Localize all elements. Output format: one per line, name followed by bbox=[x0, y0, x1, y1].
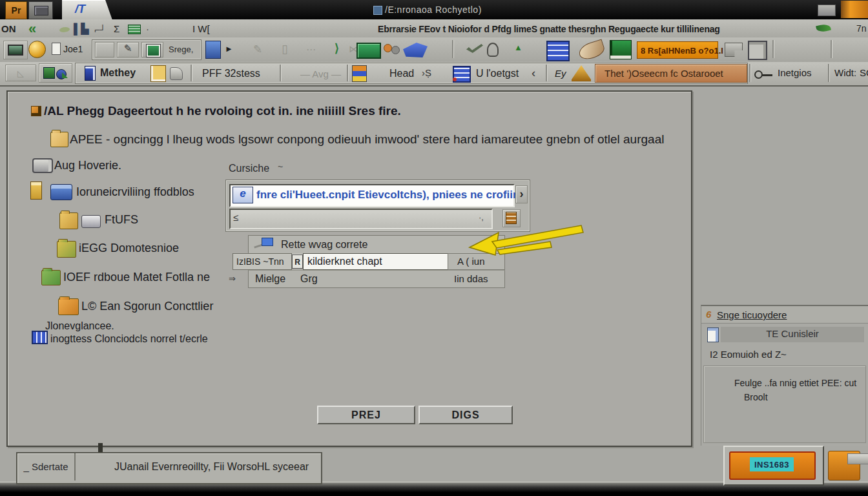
tree-item-6[interactable]: Jlonevglancee. inogttess Clonciodcls nor… bbox=[8, 319, 240, 350]
dialog-bullet-icon bbox=[31, 106, 41, 116]
back-arrows-icon[interactable]: « bbox=[28, 21, 36, 37]
menu-row2-field[interactable]: kildierknet chapt bbox=[303, 253, 449, 270]
titlebar-orange-block bbox=[841, 1, 868, 18]
cursiche-mark: ~ bbox=[278, 161, 283, 172]
status-tab[interactable]: _ Sdertate bbox=[17, 453, 76, 480]
address-go-button[interactable]: › bbox=[515, 185, 528, 203]
theme-field[interactable]: Thet ')Oseecm fc Ostarooet bbox=[595, 64, 747, 83]
uloetgst-label[interactable]: U l'oetgst bbox=[476, 68, 519, 79]
note-glyph-icon: 6 bbox=[706, 309, 711, 320]
user-icon[interactable] bbox=[487, 43, 499, 57]
edit-tool-group: ✎ Srege, bbox=[92, 39, 202, 60]
doc-small-icon[interactable] bbox=[52, 43, 61, 55]
zoom-ball-icon[interactable] bbox=[28, 41, 46, 58]
prev-button-label: PREJ bbox=[351, 409, 381, 420]
srege-label: Srege, bbox=[169, 45, 193, 54]
cone-gold-icon[interactable] bbox=[572, 65, 591, 81]
brush-hand-icon[interactable] bbox=[577, 39, 606, 61]
wizard-dialog: /AL Phegg Dageertout h he rvoloing cot i… bbox=[6, 90, 692, 447]
book-green-button[interactable] bbox=[610, 40, 632, 59]
tree-item-0[interactable]: Aug Hoverie. bbox=[8, 156, 221, 174]
tab-it[interactable]: /T bbox=[62, 0, 112, 20]
side-panel-header[interactable]: 6 Snge ticuoydere bbox=[701, 306, 868, 324]
title-bar: Pr /T /E:nronaoa Rochyetlo) bbox=[0, 0, 868, 19]
orange-dot-icon bbox=[384, 44, 392, 52]
drop-dot-icon[interactable]: ·, bbox=[479, 212, 484, 222]
check-user-icon[interactable] bbox=[466, 44, 483, 53]
head-label[interactable]: Head bbox=[389, 68, 414, 79]
floppy-red-dot bbox=[453, 78, 457, 81]
tree-item-2[interactable]: FtUFS bbox=[8, 211, 221, 230]
blue-shape-icon[interactable] bbox=[403, 43, 428, 57]
key-r-label: R bbox=[294, 258, 300, 267]
address-field[interactable]: e fnre cli'Hueet.cnpit Etievcoltchs), pn… bbox=[229, 184, 515, 207]
side-panel: 6 Snge ticuoydere TE Cunisleir I2 Eomuio… bbox=[701, 305, 868, 446]
ey-label[interactable]: Ey bbox=[555, 68, 566, 79]
methey-label[interactable]: Methey bbox=[100, 67, 136, 79]
bracket-green-icon[interactable]: ⟩ bbox=[335, 41, 339, 56]
gray-dot-icon bbox=[391, 46, 400, 54]
play-arrow-icon[interactable]: ► bbox=[225, 44, 233, 54]
menu-row-3[interactable]: Mielge Grg Iin ddas bbox=[248, 270, 505, 288]
blank-button[interactable] bbox=[95, 42, 114, 57]
ins-button[interactable]: INS1683 bbox=[729, 451, 816, 480]
key-r-box: R bbox=[292, 254, 303, 269]
grid-blue-button[interactable] bbox=[546, 41, 570, 61]
menu-on-label[interactable]: ON bbox=[1, 23, 16, 34]
annotation-arrow bbox=[468, 224, 584, 258]
page-outline-icon[interactable] bbox=[748, 41, 767, 60]
cursiche-label: Cursiche bbox=[229, 163, 269, 174]
printer-blue-icon bbox=[50, 184, 72, 200]
next-button-label: DIGS bbox=[451, 409, 479, 420]
eraser-icon[interactable] bbox=[170, 67, 183, 80]
menu-row2-left[interactable]: IzIBIS ~Tnn bbox=[232, 253, 292, 270]
stamp-gray-icon[interactable] bbox=[725, 43, 743, 57]
menu-center-text: Ebrrarsie FEov t Nioiofor d Pfdg limeS g… bbox=[378, 24, 720, 34]
side-panel-subheader[interactable]: I2 Eomuioh ed Z~ bbox=[710, 349, 787, 360]
fb-sep-3 bbox=[347, 65, 349, 81]
drag-handle[interactable] bbox=[98, 443, 103, 453]
gray-cap-block bbox=[847, 453, 868, 464]
computer-button[interactable] bbox=[3, 41, 28, 59]
note-line-1: Feulge ..fa nnig ettiet PEE: cut bbox=[734, 378, 856, 388]
menu-wf-label[interactable]: I W[ bbox=[192, 23, 210, 34]
orange-highlight-field[interactable]: 8 Rs[alHNenB o?o1.I bbox=[637, 41, 718, 59]
pff-label[interactable]: PFF 32stess bbox=[202, 68, 260, 79]
application-window: Pr /T /E:nronaoa Rochyetlo) ON « ▌▙ ⌐┘ Σ… bbox=[0, 0, 868, 496]
table-green-icon[interactable] bbox=[128, 25, 141, 34]
search-field[interactable]: ≤ ·, bbox=[229, 209, 493, 229]
uloetgst-mark[interactable]: ‹ bbox=[532, 66, 535, 80]
green-swatch-button[interactable] bbox=[356, 43, 381, 59]
next-button[interactable]: DIGS bbox=[418, 406, 513, 424]
drive-icon bbox=[32, 158, 53, 173]
menu-right-label: 7n bbox=[856, 23, 867, 34]
grid-blue-small-icon bbox=[32, 331, 48, 344]
prev-button[interactable]: PREJ bbox=[317, 406, 415, 424]
head-mark[interactable]: ›Ṣ bbox=[422, 67, 431, 78]
folder-small-icon[interactable] bbox=[818, 5, 836, 16]
triangle-green-icon[interactable]: ▲ bbox=[514, 43, 522, 52]
tree-item-label: Ioruneicrviliing ffodblos bbox=[76, 185, 194, 199]
folder-manila-icon bbox=[50, 132, 68, 147]
tree-item-1[interactable]: Ioruneicrviliing ffodblos bbox=[8, 181, 240, 200]
paste-blue-icon[interactable] bbox=[205, 41, 221, 59]
status-message: JUanail Evernreoillty, Fii WorsoHL sycee… bbox=[114, 461, 309, 473]
side-panel-note-box: Feulge ..fa nnig ettiet PEE: cut Broolt bbox=[703, 366, 866, 443]
pencil-button[interactable]: ✎ bbox=[117, 42, 139, 57]
tree-item-3[interactable]: iEGG Domotesnioe bbox=[8, 239, 221, 258]
sigma-icon[interactable]: Σ bbox=[114, 23, 119, 34]
menu-row-1[interactable]: Rette wvag correte bbox=[248, 235, 505, 254]
chart-bars-icon[interactable]: ▌▙ bbox=[74, 23, 89, 35]
menu-row2-field-value: kildierknet chapt bbox=[307, 256, 382, 267]
tree-item-5[interactable]: L© Ean Sgorun Concttlier bbox=[8, 296, 240, 315]
tab-pr[interactable]: Pr bbox=[5, 1, 27, 19]
side-panel-field[interactable]: TE Cunisleir bbox=[721, 327, 864, 342]
corner-tool-button[interactable]: ◺ bbox=[5, 65, 36, 81]
tab-gray[interactable] bbox=[28, 1, 53, 19]
angle-icon[interactable]: ⌐┘ bbox=[94, 25, 106, 35]
tree-item-4[interactable]: IOEF rdboue Matet Fotlla ne bbox=[8, 267, 240, 287]
inetgios-label[interactable]: Inetgios bbox=[778, 67, 812, 78]
image-button[interactable] bbox=[141, 42, 163, 57]
clipboard-icon[interactable] bbox=[150, 65, 166, 82]
stack-color-icon[interactable] bbox=[352, 65, 367, 82]
